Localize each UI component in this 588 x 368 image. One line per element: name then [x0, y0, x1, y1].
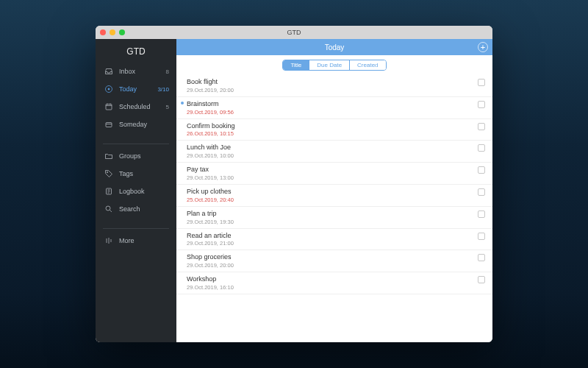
task-checkbox[interactable]	[478, 188, 485, 196]
task-due-date: 29.Oct.2019, 20:00	[187, 262, 478, 269]
task-row[interactable]: Confirm booking26.Oct.2019, 10:15	[176, 119, 492, 141]
task-due-date: 26.Oct.2019, 10:15	[187, 130, 478, 137]
sidebar-item-more[interactable]: More	[96, 232, 176, 250]
groups-icon	[104, 152, 113, 160]
task-checkbox[interactable]	[478, 101, 485, 108]
flag-icon	[181, 102, 184, 105]
sidebar-item-count: 5	[166, 104, 169, 110]
search-icon	[104, 205, 113, 213]
scheduled-icon	[104, 102, 113, 111]
task-title: Lunch with Joe	[187, 144, 478, 152]
task-row[interactable]: Brainstorm29.Oct.2019, 09:56	[176, 97, 492, 119]
task-title: Shop groceries	[187, 253, 478, 261]
logbook-icon	[104, 187, 113, 196]
sidebar-item-label: Groups	[119, 152, 169, 160]
sidebar-item-today[interactable]: Today3/10	[96, 80, 176, 98]
sidebar-item-groups[interactable]: Groups	[96, 147, 176, 165]
sidebar-item-label: Someday	[119, 121, 169, 128]
task-title: Plan a trip	[187, 210, 478, 218]
add-task-button[interactable]: +	[478, 42, 488, 52]
sidebar-item-count: 3/10	[157, 86, 169, 93]
app-window: GTD GTD Inbox8Today3/10Scheduled5Someday…	[96, 26, 492, 342]
sidebar-item-label: Scheduled	[119, 103, 160, 110]
sidebar-item-logbook[interactable]: Logbook	[96, 183, 176, 200]
task-title: Book flight	[187, 78, 478, 86]
sidebar-divider	[103, 144, 169, 144]
svg-point-1	[108, 88, 110, 90]
titlebar: GTD	[96, 26, 492, 39]
task-due-date: 29.Oct.2019, 16:10	[187, 284, 478, 291]
sort-segmented-control: TitleDue DateCreated	[176, 55, 492, 75]
task-row[interactable]: Pick up clothes25.Oct.2019, 20:40	[176, 185, 492, 207]
task-title: Pay tax	[187, 166, 478, 174]
sidebar-item-inbox[interactable]: Inbox8	[96, 63, 176, 80]
task-checkbox[interactable]	[478, 210, 485, 218]
task-row[interactable]: Plan a trip29.Oct.2019, 19:30	[176, 207, 492, 229]
task-due-date: 29.Oct.2019, 19:30	[187, 219, 478, 225]
today-icon	[104, 85, 113, 93]
svg-point-4	[107, 171, 108, 173]
task-title: Pick up clothes	[187, 188, 478, 196]
main-panel: Today + TitleDue DateCreated Book flight…	[176, 39, 492, 342]
task-title: Read an article	[187, 232, 478, 240]
task-checkbox[interactable]	[478, 144, 485, 152]
sidebar-divider	[103, 228, 169, 229]
sort-tab-created[interactable]: Created	[349, 60, 385, 70]
sidebar-item-label: Today	[119, 85, 151, 93]
sidebar-item-label: Inbox	[119, 68, 160, 75]
task-row[interactable]: Pay tax29.Oct.2019, 13:00	[176, 163, 492, 185]
task-title: Brainstorm	[187, 100, 478, 108]
task-checkbox[interactable]	[478, 123, 485, 130]
sidebar-item-count: 8	[166, 68, 169, 75]
someday-icon	[104, 120, 113, 129]
page-title: Today	[325, 43, 345, 52]
task-row[interactable]: Read an article29.Oct.2019, 21:00	[176, 229, 492, 251]
svg-point-6	[106, 206, 110, 210]
task-due-date: 25.Oct.2019, 20:40	[187, 197, 478, 203]
task-due-date: 29.Oct.2019, 21:00	[187, 240, 478, 247]
sidebar-item-label: More	[119, 237, 169, 244]
sidebar-item-scheduled[interactable]: Scheduled5	[96, 98, 176, 116]
sidebar: GTD Inbox8Today3/10Scheduled5Someday Gro…	[96, 39, 176, 342]
tags-icon	[104, 169, 113, 178]
task-due-date: 29.Oct.2019, 20:00	[187, 87, 478, 93]
sort-tab-title[interactable]: Title	[283, 60, 309, 70]
task-due-date: 29.Oct.2019, 10:00	[187, 152, 478, 159]
svg-rect-3	[106, 123, 112, 127]
task-row[interactable]: Workshop29.Oct.2019, 16:10	[176, 272, 492, 294]
sort-tab-due-date[interactable]: Due Date	[309, 60, 349, 70]
task-title: Workshop	[187, 275, 478, 283]
task-due-date: 29.Oct.2019, 09:56	[187, 109, 478, 116]
sidebar-item-someday[interactable]: Someday	[96, 116, 176, 133]
task-checkbox[interactable]	[478, 166, 485, 174]
task-checkbox[interactable]	[478, 254, 485, 261]
task-row[interactable]: Lunch with Joe29.Oct.2019, 10:00	[176, 141, 492, 163]
task-list[interactable]: Book flight29.Oct.2019, 20:00Brainstorm2…	[176, 75, 492, 342]
window-title: GTD	[96, 29, 492, 36]
task-checkbox[interactable]	[478, 233, 485, 240]
task-checkbox[interactable]	[478, 79, 485, 86]
task-row[interactable]: Book flight29.Oct.2019, 20:00	[176, 75, 492, 97]
more-icon	[104, 236, 113, 245]
svg-rect-2	[106, 105, 112, 110]
sidebar-item-label: Tags	[119, 170, 169, 177]
sidebar-item-label: Search	[119, 205, 169, 213]
inbox-icon	[104, 67, 113, 76]
sidebar-item-tags[interactable]: Tags	[96, 165, 176, 183]
task-title: Confirm booking	[187, 122, 478, 130]
app-title: GTD	[96, 39, 176, 63]
sidebar-item-label: Logbook	[119, 188, 169, 195]
main-header: Today +	[176, 39, 492, 55]
task-checkbox[interactable]	[478, 276, 485, 283]
sidebar-item-search[interactable]: Search	[96, 200, 176, 218]
task-due-date: 29.Oct.2019, 13:00	[187, 174, 478, 181]
task-row[interactable]: Shop groceries29.Oct.2019, 20:00	[176, 250, 492, 272]
